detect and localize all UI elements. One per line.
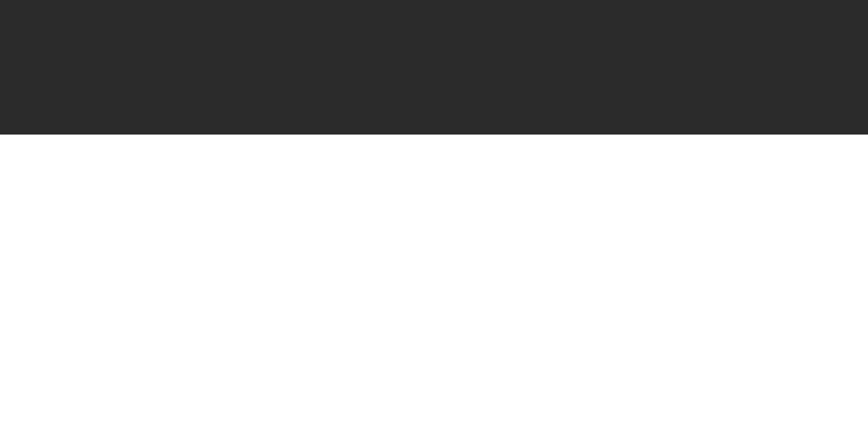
chart-canvas[interactable] bbox=[0, 0, 868, 431]
trading-chart-window bbox=[0, 0, 868, 431]
